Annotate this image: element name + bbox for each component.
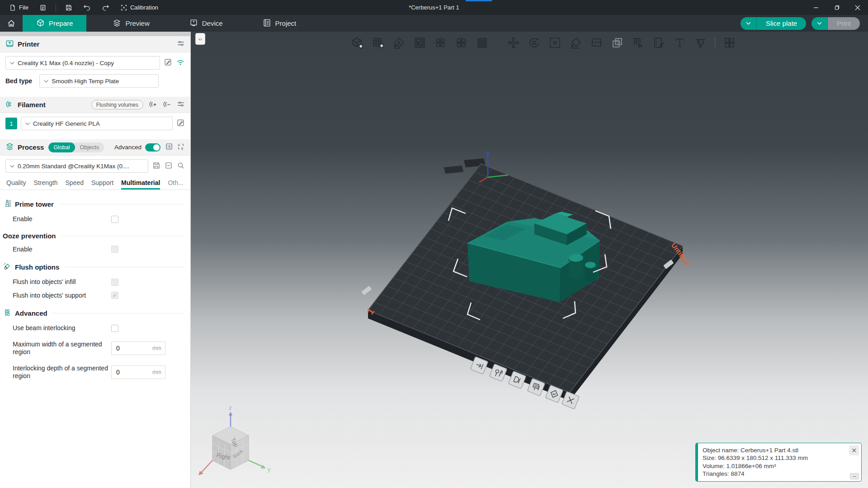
tab-multimaterial[interactable]: Multimaterial xyxy=(121,179,160,190)
printer-preset-select[interactable]: Creality K1 Max (0.4 nozzle) - Copy xyxy=(5,56,160,70)
interlocking-depth-unit: mm xyxy=(152,369,161,375)
slice-plate-button[interactable]: Slice plate xyxy=(757,17,806,30)
viewport-toolbar: A xyxy=(349,34,738,51)
support-paint-button[interactable] xyxy=(630,34,646,51)
prepare-icon xyxy=(36,19,45,28)
printer-settings-icon[interactable] xyxy=(177,39,185,49)
seam-paint-button[interactable] xyxy=(651,34,667,51)
recent-files-button[interactable] xyxy=(35,0,51,15)
advanced-toggle[interactable] xyxy=(145,143,160,152)
process-section-title: Process xyxy=(18,143,44,151)
tab-others[interactable]: Oth... xyxy=(168,179,183,190)
measure-tool-button[interactable] xyxy=(692,34,709,51)
info-triangles: Triangles: 8874 xyxy=(703,470,846,478)
bed-type-row: Bed type Smooth High Temp Plate xyxy=(0,73,190,91)
process-preset-row: 0.20mm Standard @Creality K1Max (0.... xyxy=(0,156,190,176)
redo-button[interactable] xyxy=(97,0,114,15)
print-button[interactable]: Print xyxy=(828,17,860,30)
process-scope-toggle[interactable]: Global Objects xyxy=(48,142,104,152)
print-button-group: Print xyxy=(811,17,860,30)
add-filament-icon[interactable] xyxy=(149,100,157,110)
close-button[interactable] xyxy=(847,0,868,15)
edit-printer-icon[interactable] xyxy=(164,58,172,68)
process-global-segment: Global xyxy=(48,142,75,152)
home-button[interactable] xyxy=(0,15,23,32)
viewport-3d[interactable]: ‹› xyxy=(191,32,868,488)
flushing-volumes-button[interactable]: Flushing volumes xyxy=(91,100,143,109)
save-preset-icon[interactable] xyxy=(152,161,160,171)
assembly-tool-button[interactable] xyxy=(721,34,738,51)
text-tool-button[interactable] xyxy=(671,34,688,51)
navigation-cube[interactable]: Top Right Back z y xyxy=(198,404,271,475)
settings-panel: Printer Creality K1 Max (0.4 nozzle) - C… xyxy=(0,32,191,488)
ooze-prevention-title: Ooze prevention xyxy=(3,232,56,240)
titlebar-separator xyxy=(56,4,56,12)
flush-infill-checkbox[interactable] xyxy=(111,279,118,286)
prime-tower-enable-checkbox[interactable] xyxy=(111,216,118,223)
process-objects-segment: Objects xyxy=(75,142,104,152)
prime-tower-title: Prime tower xyxy=(15,200,54,208)
interlocking-depth-value: 0 xyxy=(116,369,152,376)
tab-project[interactable]: Project xyxy=(249,15,310,32)
compare-presets-icon[interactable]: AB xyxy=(177,142,185,152)
flush-support-row: Flush into objects' support ✓ xyxy=(3,290,184,304)
advanced-toggle-label: Advanced xyxy=(114,144,142,151)
filament-section-title: Filament xyxy=(18,101,46,109)
tab-prepare[interactable]: Prepare xyxy=(23,15,86,32)
cut-tool-button[interactable] xyxy=(588,34,605,51)
calibration-button[interactable]: Calibration xyxy=(116,0,163,15)
calibration-label: Calibration xyxy=(130,4,158,11)
auto-orient-button[interactable]: A xyxy=(391,34,407,51)
filament-settings-icon[interactable] xyxy=(177,100,185,109)
printer-icon xyxy=(5,39,14,49)
slice-dropdown-button[interactable] xyxy=(741,17,757,30)
rotate-tool-button[interactable] xyxy=(526,34,542,51)
split-to-objects-button[interactable] xyxy=(432,34,449,51)
process-section-header: Process Global Objects Advanced AB xyxy=(0,139,190,156)
svg-text:A: A xyxy=(178,143,180,147)
tab-quality[interactable]: Quality xyxy=(6,179,26,190)
info-minimize-button[interactable]: – xyxy=(850,473,859,479)
add-plate-button[interactable] xyxy=(370,34,387,51)
tab-preview[interactable]: Preview xyxy=(99,15,163,32)
print-dropdown-button[interactable] xyxy=(811,17,828,30)
flush-support-checkbox[interactable]: ✓ xyxy=(111,292,118,299)
bed-type-select[interactable]: Smooth High Temp Plate xyxy=(39,74,159,88)
minimize-button[interactable] xyxy=(806,0,826,15)
remove-filament-icon[interactable] xyxy=(163,100,171,110)
clone-tool-button[interactable] xyxy=(609,34,626,51)
lay-on-face-button[interactable] xyxy=(567,34,584,51)
parameter-table-icon[interactable] xyxy=(165,142,173,152)
scale-tool-button[interactable] xyxy=(547,34,563,51)
arrange-button[interactable] xyxy=(411,34,428,51)
wifi-icon[interactable] xyxy=(176,58,185,68)
tab-preview-label: Preview xyxy=(125,19,149,27)
undo-button[interactable] xyxy=(79,0,95,15)
split-to-parts-button[interactable] xyxy=(453,34,470,51)
panel-collapse-button[interactable]: ‹› xyxy=(195,33,205,45)
search-preset-icon[interactable] xyxy=(177,161,185,171)
tab-support[interactable]: Support xyxy=(91,179,113,190)
add-model-button[interactable] xyxy=(349,34,366,51)
filament-preset-select[interactable]: Creality HF Generic PLA xyxy=(21,117,173,130)
process-icon xyxy=(5,142,14,152)
filament-slot-badge[interactable]: 1 xyxy=(5,118,17,129)
delete-preset-icon[interactable] xyxy=(165,161,173,171)
save-icon xyxy=(65,4,72,11)
tab-strength[interactable]: Strength xyxy=(34,179,58,190)
edit-filament-icon[interactable] xyxy=(176,118,185,128)
info-close-button[interactable]: ✕ xyxy=(849,445,859,455)
tab-device[interactable]: Device xyxy=(176,15,236,32)
undo-icon xyxy=(83,4,91,11)
object-list-button[interactable] xyxy=(474,34,491,51)
ooze-enable-checkbox[interactable] xyxy=(111,246,118,253)
file-menu[interactable]: File xyxy=(5,0,33,15)
tab-speed[interactable]: Speed xyxy=(66,179,84,190)
beam-interlocking-checkbox[interactable] xyxy=(111,325,118,332)
maximize-button[interactable] xyxy=(826,0,847,15)
move-tool-button[interactable] xyxy=(505,34,522,51)
process-preset-select[interactable]: 0.20mm Standard @Creality K1Max (0.... xyxy=(5,159,148,173)
max-width-input[interactable]: 0 mm xyxy=(111,341,165,355)
interlocking-depth-input[interactable]: 0 mm xyxy=(111,365,165,379)
save-button[interactable] xyxy=(61,0,77,15)
